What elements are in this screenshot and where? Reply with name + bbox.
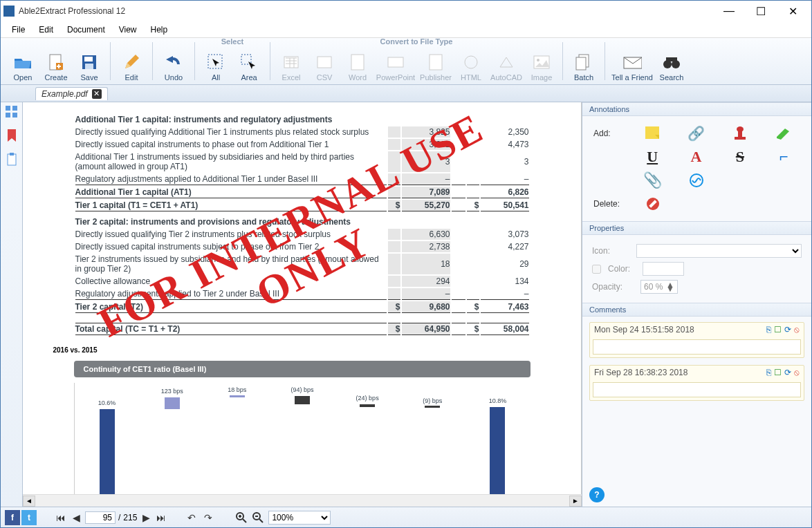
comment-input[interactable] [593, 382, 801, 397]
convert-publisher-button[interactable]: Publisher [417, 48, 454, 83]
search-button[interactable]: Search [655, 48, 688, 83]
create-button[interactable]: Create [39, 48, 73, 83]
convert-html-button[interactable]: HTML [454, 48, 488, 83]
underline-icon[interactable]: U [630, 148, 674, 166]
comment-check-icon[interactable]: ☐ [774, 325, 782, 334]
image-icon [532, 53, 551, 72]
document-scroll-area[interactable]: FOR INTERNAL USE ONLY Additional Tier 1 … [23, 102, 582, 494]
zoom-in-button[interactable] [235, 511, 248, 524]
attachment-icon[interactable]: 📎 [630, 171, 674, 189]
edit-button[interactable]: Edit [115, 48, 148, 83]
svg-point-30 [737, 126, 744, 132]
left-rail [1, 102, 23, 507]
sticky-note-icon[interactable] [630, 126, 674, 141]
menu-file[interactable]: File [5, 23, 32, 36]
next-page-button[interactable]: ▶ [140, 511, 152, 524]
binoculars-icon [662, 53, 681, 72]
first-page-button[interactable]: ⏮ [55, 511, 67, 524]
svg-rect-10 [388, 57, 403, 67]
prop-color-input[interactable] [643, 262, 684, 276]
comment-input[interactable] [593, 339, 801, 355]
clipboard-icon[interactable] [5, 152, 19, 166]
comment-delete-icon[interactable]: ⦸ [794, 368, 800, 377]
svg-rect-4 [85, 64, 93, 69]
svg-rect-23 [6, 113, 10, 117]
zoom-out-button[interactable] [252, 511, 264, 524]
watermark-icon[interactable] [674, 173, 718, 188]
comment-timestamp: Mon Sep 24 15:51:58 2018 [594, 325, 694, 334]
last-page-button[interactable]: ⏭ [155, 511, 167, 524]
rotate-cw-button[interactable]: ↷ [202, 511, 214, 524]
title-bar: Able2Extract Professional 12 — ☐ ✕ [1, 1, 811, 21]
publisher-icon [426, 53, 445, 72]
strikethrough-icon[interactable]: S [718, 148, 762, 166]
comment-check-icon[interactable]: ☐ [774, 368, 782, 377]
svg-rect-3 [84, 57, 93, 62]
menu-help[interactable]: Help [144, 23, 175, 36]
convert-excel-button[interactable]: Excel [275, 48, 308, 83]
close-button[interactable]: ✕ [777, 1, 809, 21]
bookmark-icon[interactable] [5, 129, 19, 142]
prop-opacity-label: Opacity: [592, 282, 634, 292]
menu-document[interactable]: Document [60, 23, 112, 36]
maximize-button[interactable]: ☐ [745, 1, 777, 21]
comment-refresh-icon[interactable]: ⟳ [784, 368, 791, 377]
csv-icon [315, 53, 334, 72]
thumbnails-icon[interactable] [5, 105, 19, 119]
menu-view[interactable]: View [112, 23, 144, 36]
rotate-ccw-button[interactable]: ↶ [185, 511, 198, 524]
comment-item[interactable]: Fri Sep 28 16:38:23 2018⎘☐⟳⦸ [589, 365, 804, 401]
twitter-icon[interactable]: t [21, 510, 37, 525]
select-area-button[interactable]: Area [232, 48, 266, 83]
comment-item[interactable]: Mon Sep 24 15:51:58 2018⎘☐⟳⦸ [589, 322, 804, 358]
comment-goto-icon[interactable]: ⎘ [766, 325, 771, 334]
floppy-disk-icon [80, 53, 99, 72]
right-panel: Annotations Add: 🔗 U A S ⌐ 📎 [582, 102, 811, 507]
comment-goto-icon[interactable]: ⎘ [766, 368, 771, 377]
tell-friend-button[interactable]: Tell a Friend [609, 48, 655, 83]
comment-refresh-icon[interactable]: ⟳ [784, 325, 791, 334]
html-icon [461, 53, 481, 72]
undo-button[interactable]: Undo [157, 48, 190, 83]
tab-example[interactable]: Example.pdf ✕ [35, 87, 108, 100]
minimize-button[interactable]: — [713, 1, 745, 21]
svg-rect-24 [12, 113, 17, 117]
comment-delete-icon[interactable]: ⦸ [794, 325, 800, 334]
batch-button[interactable]: Batch [567, 48, 600, 83]
prop-opacity-spinner[interactable]: 60 %▲▼ [640, 280, 678, 294]
save-button[interactable]: Save [73, 48, 106, 83]
word-icon [348, 53, 367, 72]
close-tab-icon[interactable]: ✕ [92, 89, 102, 99]
svg-rect-8 [317, 57, 331, 68]
convert-image-button[interactable]: Image [525, 48, 558, 83]
delete-label: Delete: [593, 199, 631, 209]
svg-rect-11 [430, 55, 442, 70]
prev-page-button[interactable]: ◀ [70, 511, 82, 524]
convert-word-button[interactable]: Word [341, 48, 374, 83]
scroll-right-button[interactable]: ► [569, 496, 582, 507]
convert-autocad-button[interactable]: AutoCAD [488, 48, 525, 83]
stamp-icon[interactable] [718, 126, 762, 141]
facebook-icon[interactable]: f [5, 510, 20, 525]
menu-edit[interactable]: Edit [32, 23, 60, 36]
open-button[interactable]: Open [6, 48, 39, 83]
prop-color-label: Color: [608, 264, 636, 274]
convert-powerpoint-button[interactable]: PowerPoint [374, 48, 417, 83]
svg-rect-27 [645, 126, 659, 139]
delete-annotation-icon[interactable] [631, 196, 675, 211]
squiggly-underline-icon[interactable]: A [674, 148, 718, 166]
help-icon[interactable]: ? [589, 487, 605, 502]
horizontal-scrollbar[interactable]: ◄ ► [23, 494, 582, 507]
scroll-left-button[interactable]: ◄ [23, 496, 35, 507]
select-all-button[interactable]: All [199, 48, 232, 83]
link-icon[interactable]: 🔗 [674, 125, 718, 142]
page-input[interactable] [85, 511, 116, 524]
caret-icon[interactable]: ⌐ [762, 148, 806, 166]
convert-csv-button[interactable]: CSV [308, 48, 341, 83]
prop-icon-select[interactable] [636, 244, 802, 258]
status-bar: f t ⏮ ◀ / 215 ▶ ⏭ ↶ ↷ 100% [1, 507, 811, 527]
svg-rect-16 [576, 57, 586, 70]
prop-color-checkbox[interactable] [592, 265, 601, 274]
highlighter-icon[interactable] [762, 127, 806, 140]
zoom-select[interactable]: 100% [268, 511, 331, 525]
